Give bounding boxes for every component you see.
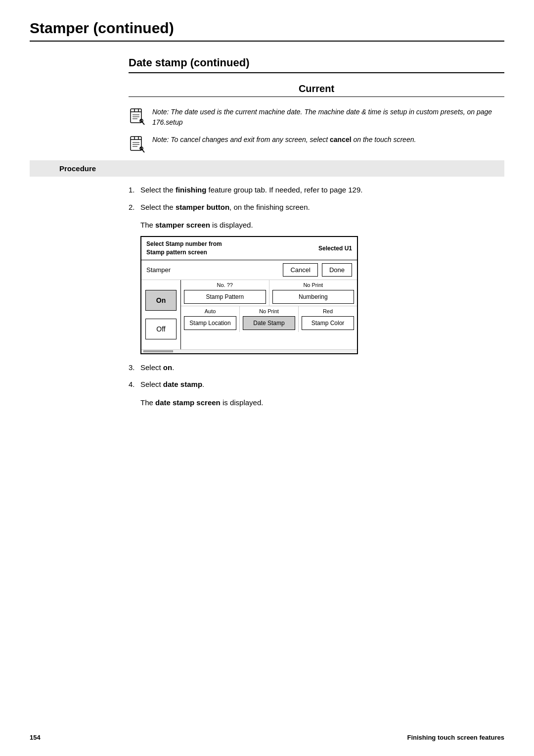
step-3-num: 3. (129, 362, 135, 374)
off-button[interactable]: Off (145, 319, 177, 339)
section-title: Date stamp (continued) (129, 56, 504, 73)
step-4-num: 4. (129, 379, 135, 390)
stamper-screen-header: Select Stamp number from Stamp pattern s… (141, 237, 357, 260)
note-icon-2 (129, 136, 146, 153)
stamper-onoff-column: On Off (141, 280, 181, 349)
display-note-2: The date stamp screen is displayed. (129, 398, 504, 407)
stamper-row-1: No. ?? Stamp Pattern No Print Numbering (181, 280, 357, 306)
note-2: Note: To cancel changes and exit from an… (129, 135, 504, 153)
stamp-color-button[interactable]: Stamp Color (302, 316, 354, 330)
stamper-row-2: Auto Stamp Location No Print Date Stamp … (181, 306, 357, 332)
stamper-scrollbar (141, 349, 357, 353)
procedure-header: Procedure (30, 160, 504, 177)
main-title: Stamper (continued) (30, 20, 504, 42)
step-2: 2. Select the stamper button, on the fin… (129, 202, 504, 213)
stamper-grid: No. ?? Stamp Pattern No Print Numbering … (181, 280, 357, 349)
step-1: 1. Select the finishing feature group ta… (129, 185, 504, 196)
step-1-num: 1. (129, 185, 135, 196)
note-icon-1 (129, 108, 146, 126)
stamp-pattern-cell: No. ?? Stamp Pattern (181, 280, 269, 306)
stamper-screen: Select Stamp number from Stamp pattern s… (140, 236, 358, 354)
step-2-num: 2. (129, 202, 135, 213)
done-button[interactable]: Done (322, 263, 352, 277)
sub-title: Current (129, 83, 504, 97)
stamp-location-button[interactable]: Stamp Location (184, 316, 236, 330)
stamper-header-right: Selected U1 (318, 245, 352, 252)
stamp-color-top-label: Red (323, 308, 333, 314)
stamper-toolbar: Stamper Cancel Done (141, 260, 357, 280)
cancel-button[interactable]: Cancel (283, 263, 317, 277)
footer-page-number: 154 (30, 734, 41, 741)
stamper-body: On Off No. ?? Stamp Pattern No Print Num… (141, 280, 357, 349)
date-stamp-button[interactable]: Date Stamp (243, 316, 295, 330)
steps-list-2: 3. Select on. 4. Select date stamp. (129, 362, 504, 390)
step-3: 3. Select on. (129, 362, 504, 374)
numbering-button[interactable]: Numbering (272, 290, 355, 304)
stamp-location-cell: Auto Stamp Location (181, 306, 240, 332)
note-1-text: Note: The date used is the current machi… (152, 107, 504, 128)
page-footer: 154 Finishing touch screen features (30, 734, 504, 741)
date-stamp-cell: No Print Date Stamp (240, 306, 299, 332)
stamp-pattern-button[interactable]: Stamp Pattern (184, 290, 266, 304)
stamp-location-top-label: Auto (205, 308, 216, 314)
date-stamp-top-label: No Print (259, 308, 279, 314)
note-2-text: Note: To cancel changes and exit from an… (152, 135, 416, 145)
display-note-1: The stamper screen is displayed. (129, 221, 504, 229)
scroll-indicator (143, 350, 173, 352)
numbering-top-label: No Print (303, 282, 323, 288)
stamper-header-left: Select Stamp number from Stamp pattern s… (146, 240, 222, 257)
footer-section-title: Finishing touch screen features (407, 734, 505, 741)
steps-list: 1. Select the finishing feature group ta… (129, 185, 504, 213)
note-1: Note: The date used is the current machi… (129, 107, 504, 128)
step-4: 4. Select date stamp. (129, 379, 504, 390)
on-button[interactable]: On (145, 290, 177, 311)
stamper-label: Stamper (146, 266, 279, 274)
numbering-cell: No Print Numbering (269, 280, 357, 306)
stamp-pattern-top-label: No. ?? (217, 282, 233, 288)
stamp-color-cell: Red Stamp Color (299, 306, 357, 332)
